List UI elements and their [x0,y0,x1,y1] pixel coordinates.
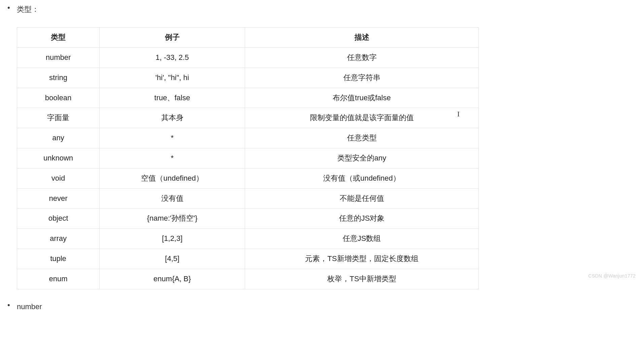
header-description: 描述 [245,28,479,48]
types-table-body: number 1, -33, 2.5 任意数字 string 'hi', "hi… [17,47,479,289]
watermark-text: CSDN @Wanjun1772 [588,273,636,279]
cell-type: 字面量 [17,108,100,128]
table-row: enum enum{A, B} 枚举，TS中新增类型 [17,269,479,289]
types-table-container: 类型 例子 描述 number 1, -33, 2.5 任意数字 string [17,27,478,289]
cell-type: tuple [17,249,100,269]
bullet-text-types: 类型： [17,5,39,13]
header-example: 例子 [100,28,245,48]
table-row: object {name:'孙悟空'} 任意的JS对象 [17,209,479,229]
cell-type: array [17,229,100,249]
cell-description: 不能是任何值 [245,188,479,209]
table-row: never 没有值 不能是任何值 [17,188,479,209]
cell-example: * [100,148,245,168]
cell-example: enum{A, B} [100,269,245,289]
cell-type: number [17,47,100,68]
cell-description: 枚举，TS中新增类型 [245,269,479,289]
table-row: void 空值（undefined） 没有值（或undefined） [17,168,479,188]
cell-description: 限制变量的值就是该字面量的值 [245,108,479,128]
table-row: tuple [4,5] 元素，TS新增类型，固定长度数组 [17,249,479,269]
cell-type: string [17,68,100,88]
cell-type: boolean [17,88,100,108]
cell-example: true、false [100,88,245,108]
cell-example: [4,5] [100,249,245,269]
cell-description: 任意字符串 [245,68,479,88]
table-row: boolean true、false 布尔值true或false [17,88,479,108]
cell-example: 没有值 [100,188,245,209]
cell-description: 任意JS数组 [245,229,479,249]
table-row: unknown * 类型安全的any [17,148,479,168]
table-row: any * 任意类型 [17,128,479,148]
cell-example: 1, -33, 2.5 [100,47,245,68]
list-item-number: number [17,301,632,313]
list-item-types: 类型： 类型 例子 描述 [17,3,632,289]
cell-example: * [100,128,245,148]
cell-type: never [17,188,100,209]
cell-example: 'hi', "hi", hi [100,68,245,88]
cell-example: {name:'孙悟空'} [100,209,245,229]
bullet-text-number: number [17,302,42,311]
cell-type: any [17,128,100,148]
table-row: array [1,2,3] 任意JS数组 [17,229,479,249]
cell-example: [1,2,3] [100,229,245,249]
cell-description: 任意的JS对象 [245,209,479,229]
cell-description: 布尔值true或false [245,88,479,108]
cell-description: 任意数字 [245,47,479,68]
types-table: 类型 例子 描述 number 1, -33, 2.5 任意数字 string [17,27,479,289]
table-row: string 'hi', "hi", hi 任意字符串 [17,68,479,88]
cell-type: void [17,168,100,188]
cell-type: enum [17,269,100,289]
cell-example: 其本身 [100,108,245,128]
header-type: 类型 [17,28,100,48]
table-row: 字面量 其本身 限制变量的值就是该字面量的值 [17,108,479,128]
cell-description: 没有值（或undefined） [245,168,479,188]
cell-type: object [17,209,100,229]
text-cursor-icon: I [457,110,458,118]
cell-example: 空值（undefined） [100,168,245,188]
table-header-row: 类型 例子 描述 [17,28,479,48]
cell-type: unknown [17,148,100,168]
cell-description: 类型安全的any [245,148,479,168]
cell-description: 元素，TS新增类型，固定长度数组 [245,249,479,269]
table-row: number 1, -33, 2.5 任意数字 [17,47,479,68]
cell-description: 任意类型 [245,128,479,148]
